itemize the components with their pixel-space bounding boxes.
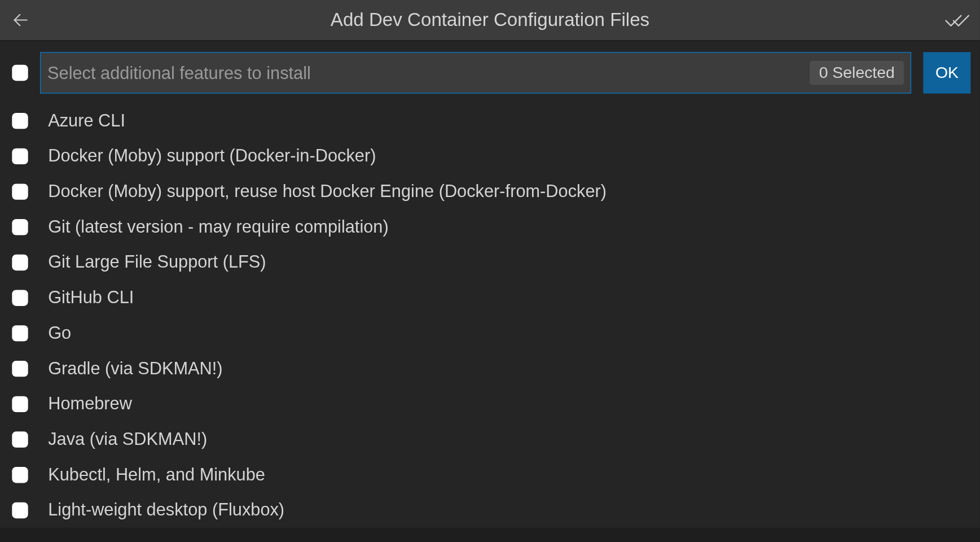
- feature-label: Git Large File Support (LFS): [48, 252, 266, 273]
- feature-label: Homebrew: [48, 394, 132, 414]
- feature-row[interactable]: Go: [10, 315, 971, 351]
- feature-row[interactable]: Docker (Moby) support, reuse host Docker…: [10, 174, 971, 209]
- feature-checkbox[interactable]: [12, 254, 28, 270]
- feature-checkbox[interactable]: [12, 431, 28, 447]
- feature-row[interactable]: Homebrew: [10, 386, 971, 422]
- feature-checkbox[interactable]: [12, 183, 28, 199]
- features-list: Azure CLIDocker (Moby) support (Docker-i…: [10, 103, 971, 528]
- feature-checkbox[interactable]: [12, 290, 28, 305]
- feature-checkbox[interactable]: [12, 396, 28, 412]
- feature-checkbox[interactable]: [12, 325, 28, 341]
- feature-row[interactable]: Light-weight desktop (Fluxbox): [10, 492, 971, 528]
- quickpick-body: 0 Selected OK Azure CLIDocker (Moby) sup…: [0, 41, 980, 527]
- arrow-left-icon: [11, 11, 30, 29]
- titlebar: Add Dev Container Configuration Files: [0, 0, 980, 41]
- feature-label: Azure CLI: [48, 110, 125, 131]
- accept-all-button[interactable]: [944, 7, 970, 33]
- feature-row[interactable]: Docker (Moby) support (Docker-in-Docker): [10, 138, 971, 174]
- feature-checkbox[interactable]: [12, 360, 28, 376]
- feature-label: Go: [48, 322, 71, 343]
- feature-row[interactable]: Git Large File Support (LFS): [10, 244, 971, 280]
- select-all-checkbox[interactable]: [12, 65, 28, 81]
- selected-count-badge: 0 Selected: [810, 61, 904, 85]
- back-button[interactable]: [10, 8, 32, 31]
- feature-checkbox[interactable]: [12, 502, 28, 518]
- feature-label: Java (via SDKMAN!): [48, 429, 207, 450]
- feature-label: GitHub CLI: [48, 287, 134, 308]
- search-input[interactable]: [47, 63, 810, 84]
- feature-row[interactable]: Java (via SDKMAN!): [10, 422, 971, 457]
- ok-button[interactable]: OK: [924, 52, 971, 93]
- double-check-icon: [944, 11, 970, 29]
- feature-checkbox[interactable]: [12, 148, 28, 164]
- page-title: Add Dev Container Configuration Files: [0, 10, 980, 31]
- feature-row[interactable]: Azure CLI: [10, 103, 971, 138]
- feature-row[interactable]: GitHub CLI: [10, 280, 971, 316]
- feature-label: Docker (Moby) support, reuse host Docker…: [48, 181, 607, 202]
- feature-checkbox[interactable]: [12, 466, 28, 482]
- feature-row[interactable]: Kubectl, Helm, and Minkube: [10, 457, 971, 492]
- feature-checkbox[interactable]: [12, 112, 28, 128]
- search-wrap: 0 Selected: [40, 52, 911, 93]
- feature-checkbox[interactable]: [12, 218, 28, 234]
- feature-label: Docker (Moby) support (Docker-in-Docker): [48, 146, 376, 167]
- feature-label: Kubectl, Helm, and Minkube: [48, 464, 265, 485]
- feature-label: Git (latest version - may require compil…: [48, 216, 389, 237]
- search-row: 0 Selected OK: [10, 52, 971, 93]
- feature-row[interactable]: Git (latest version - may require compil…: [10, 209, 971, 244]
- feature-label: Light-weight desktop (Fluxbox): [48, 500, 284, 521]
- feature-row[interactable]: Gradle (via SDKMAN!): [10, 351, 971, 386]
- feature-label: Gradle (via SDKMAN!): [48, 358, 222, 379]
